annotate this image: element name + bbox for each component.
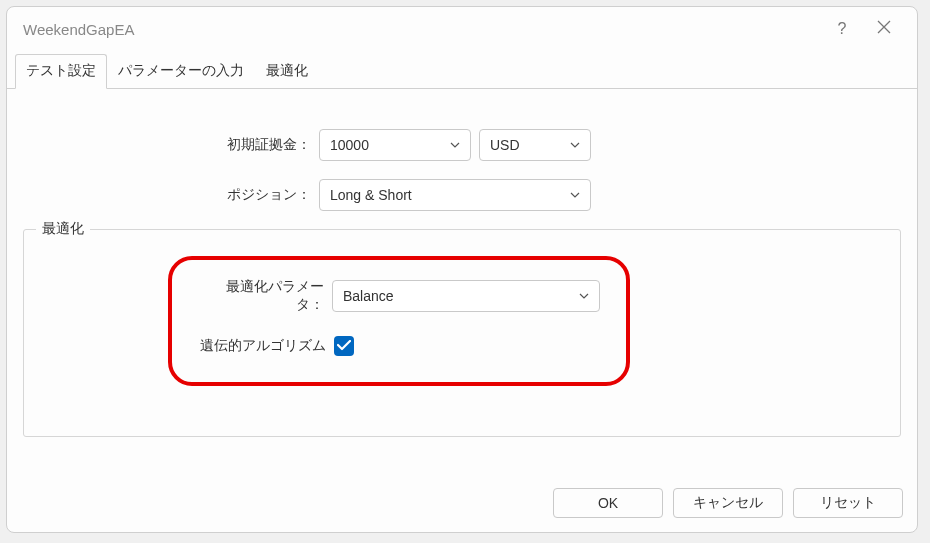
row-opt-param: 最適化パラメータ： Balance [198,278,600,314]
dialog-footer: OK キャンセル リセット [7,478,917,532]
genetic-checkbox[interactable] [334,336,354,356]
chevron-down-icon [570,192,580,198]
tab-optimization[interactable]: 最適化 [255,54,319,89]
position-value: Long & Short [330,187,412,203]
highlight-annotation: 最適化パラメータ： Balance 遺伝的アルゴリズム [168,256,630,386]
tab-test-settings[interactable]: テスト設定 [15,54,107,89]
checkmark-icon [337,339,351,354]
tab-label: 最適化 [266,62,308,78]
opt-param-value: Balance [343,288,394,304]
position-label: ポジション： [23,186,319,204]
chevron-down-icon [450,142,460,148]
button-label: リセット [820,494,876,512]
help-icon: ? [838,20,847,38]
tab-label: テスト設定 [26,62,96,78]
initial-margin-label: 初期証拠金： [23,136,319,154]
tab-bar: テスト設定 パラメーターの入力 最適化 [7,53,917,89]
genetic-label: 遺伝的アルゴリズム [198,337,334,355]
optimization-group: 最適化 最適化パラメータ： Balance 遺伝的アルゴリズム [23,229,901,437]
dialog-window: WeekendGapEA ? テスト設定 パラメーターの入力 最適化 初期証拠金… [6,6,918,533]
opt-param-label: 最適化パラメータ： [198,278,332,314]
close-icon [877,20,891,38]
currency-value: USD [490,137,520,153]
cancel-button[interactable]: キャンセル [673,488,783,518]
initial-margin-input[interactable]: 10000 [319,129,471,161]
row-genetic: 遺伝的アルゴリズム [198,336,600,356]
optimization-group-label: 最適化 [36,220,90,238]
button-label: キャンセル [693,494,763,512]
ok-button[interactable]: OK [553,488,663,518]
help-button[interactable]: ? [825,12,859,46]
tab-label: パラメーターの入力 [118,62,244,78]
titlebar: WeekendGapEA ? [7,7,917,51]
close-button[interactable] [867,12,901,46]
tab-content: 初期証拠金： 10000 USD ポジション： Long & Short [7,89,917,478]
row-initial-margin: 初期証拠金： 10000 USD [23,129,901,161]
row-position: ポジション： Long & Short [23,179,901,211]
chevron-down-icon [579,293,589,299]
chevron-down-icon [570,142,580,148]
button-label: OK [598,495,618,511]
window-title: WeekendGapEA [23,21,134,38]
opt-param-select[interactable]: Balance [332,280,600,312]
currency-select[interactable]: USD [479,129,591,161]
reset-button[interactable]: リセット [793,488,903,518]
position-select[interactable]: Long & Short [319,179,591,211]
tab-param-input[interactable]: パラメーターの入力 [107,54,255,89]
initial-margin-value: 10000 [330,137,369,153]
